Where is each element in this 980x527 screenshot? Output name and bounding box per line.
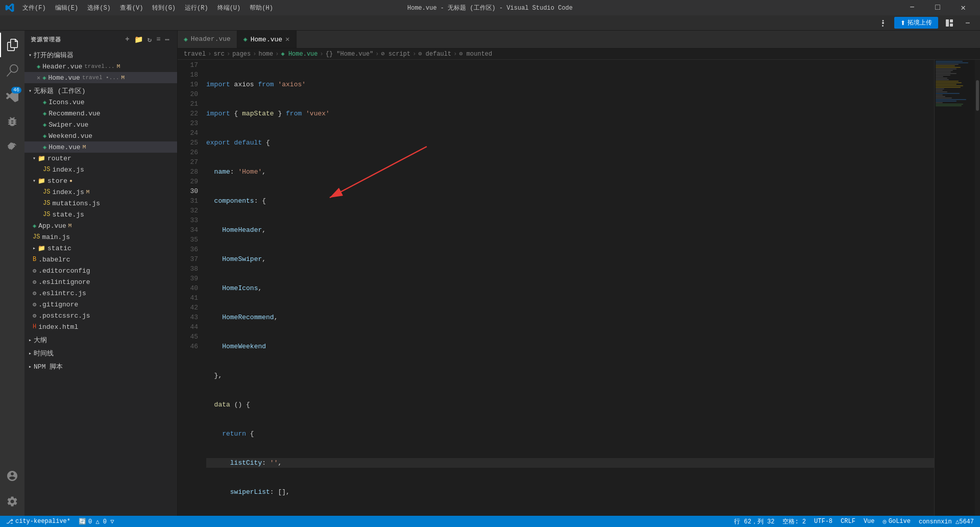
eslintrc-icon: ⚙ <box>33 290 36 297</box>
breadcrumb-default[interactable]: ⊙ default <box>418 50 451 58</box>
encoding[interactable]: UTF-8 <box>812 516 835 527</box>
layout-icon[interactable] <box>942 16 957 30</box>
tree-main-js[interactable]: JS main.js <box>24 231 177 243</box>
menu-goto[interactable]: 转到(G) <box>148 3 180 13</box>
tree-router-folder[interactable]: 📁 router <box>24 153 177 164</box>
tree-postcssrc[interactable]: ⚙ .postcssrc.js <box>24 310 177 321</box>
activity-explorer[interactable] <box>0 33 24 57</box>
more-options-icon[interactable]: ⋯ <box>164 34 171 45</box>
new-folder-icon[interactable]: 📁 <box>133 34 144 45</box>
indentation[interactable]: 空格: 2 <box>780 516 808 527</box>
close-home-icon[interactable]: ✕ <box>37 74 40 82</box>
sidebar-header-icons[interactable]: + 📁 ↻ ≡ ⋯ <box>124 34 171 45</box>
git-branch[interactable]: ⎇ city-keepalive* <box>4 516 72 527</box>
vertical-scrollbar[interactable] <box>975 60 980 516</box>
activity-settings[interactable] <box>0 489 24 514</box>
menu-edit[interactable]: 编辑(E) <box>51 3 83 13</box>
language-mode[interactable]: Vue <box>862 516 877 527</box>
tree-state[interactable]: JS state.js <box>24 209 177 220</box>
breadcrumb-travel[interactable]: travel <box>184 51 206 58</box>
tree-recommend-vue[interactable]: ◈ Recommend.vue <box>24 108 177 119</box>
tree-store-index[interactable]: JS index.js M <box>24 186 177 198</box>
tree-icons-vue[interactable]: ◈ Icons.vue <box>24 97 177 108</box>
tab-header-vue[interactable]: ◈ Header.vue <box>178 31 237 48</box>
activity-extensions[interactable] <box>0 135 24 159</box>
menu-help[interactable]: 帮助(H) <box>246 3 277 13</box>
store-folder-name: store <box>47 177 67 185</box>
git-branch-name: city-keepalive* <box>15 518 70 525</box>
sync-status[interactable]: 🔄 0 △ 0 ▽ <box>77 516 116 527</box>
tree-editorconfig[interactable]: ⚙ .editorconfig <box>24 265 177 276</box>
upload-button[interactable]: ⬆ 拓境上传 <box>894 17 938 29</box>
icons-vue-icon: ◈ <box>43 99 46 106</box>
workspace-section: 无标题 (工作区) ◈ Icons.vue ◈ Recommend.vue ◈ … <box>24 84 177 333</box>
breadcrumb-pages[interactable]: pages <box>232 51 251 58</box>
breadcrumb-src[interactable]: src <box>213 51 225 58</box>
close-button[interactable]: ✕ <box>951 0 975 15</box>
cursor-position[interactable]: 行 62，列 32 <box>732 516 776 527</box>
menu-terminal[interactable]: 终端(U) <box>213 3 245 13</box>
activity-git[interactable]: 46 <box>0 84 24 108</box>
menu-select[interactable]: 选择(S) <box>83 3 115 13</box>
breadcrumb-sep6: › <box>375 51 379 58</box>
live-share[interactable]: ◎ GoLive <box>881 516 913 527</box>
tree-gitignore[interactable]: ⚙ .gitignore <box>24 299 177 310</box>
tree-mutations[interactable]: JS mutations.js <box>24 198 177 209</box>
tree-home-vue[interactable]: ◈ Home.vue M <box>24 141 177 153</box>
title-bar-menu[interactable]: 文件(F) 编辑(E) 选择(S) 查看(V) 转到(G) 运行(R) 终端(U… <box>18 3 277 13</box>
tree-eslintignore[interactable]: ⚙ .eslintignore <box>24 276 177 288</box>
menu-view[interactable]: 查看(V) <box>116 3 148 13</box>
collapse-all-icon[interactable]: ≡ <box>155 34 162 45</box>
tree-eslintrc[interactable]: ⚙ .eslintrc.js <box>24 288 177 299</box>
code-line-24: HomeIcons, <box>206 283 934 293</box>
scrollbar-thumb[interactable] <box>976 80 979 111</box>
menu-run[interactable]: 运行(R) <box>181 3 212 13</box>
tree-router-index[interactable]: JS index.js <box>24 164 177 175</box>
home-tab-close[interactable]: ✕ <box>285 36 289 43</box>
breadcrumb-home[interactable]: home <box>258 51 273 58</box>
activity-debug[interactable] <box>0 109 24 134</box>
open-editors-title[interactable]: 打开的编辑器 <box>24 50 177 61</box>
notification[interactable]: consnnxin △5647 <box>917 516 976 527</box>
source-control-icon[interactable] <box>876 16 890 30</box>
open-editors-label: 打开的编辑器 <box>34 51 74 60</box>
open-editor-header[interactable]: ◈ Header.vue travel... M <box>24 61 177 72</box>
maximize-button[interactable]: □ <box>926 0 949 15</box>
breadcrumb-object[interactable]: {} "Home.vue" <box>326 51 374 58</box>
line-ending[interactable]: CRLF <box>839 516 857 527</box>
editor-area: ◈ Header.vue ◈ Home.vue ✕ travel › src ›… <box>178 31 980 516</box>
minimize-button[interactable]: − <box>900 0 924 15</box>
tree-babelrc[interactable]: B .babelrc <box>24 254 177 265</box>
eslintignore-name: .eslintignore <box>38 278 90 286</box>
tree-app-vue[interactable]: ◈ App.vue M <box>24 220 177 231</box>
npm-chevron <box>29 364 32 370</box>
upload-label: 拓境上传 <box>908 18 932 27</box>
timeline-title[interactable]: 时间线 <box>24 348 177 359</box>
outline-title[interactable]: 大纲 <box>24 334 177 346</box>
activity-search[interactable] <box>0 58 24 83</box>
top-action-bar: ⬆ 拓境上传 ⋯ <box>0 15 980 31</box>
code-editor[interactable]: import axios from 'axios' import { mapSt… <box>202 60 934 516</box>
tree-index-html[interactable]: H index.html <box>24 321 177 332</box>
tree-swiper-vue[interactable]: ◈ Swiper.vue <box>24 119 177 130</box>
header-vue-icon: ◈ <box>37 63 40 70</box>
new-file-icon[interactable]: + <box>124 34 131 45</box>
more-icon[interactable]: ⋯ <box>961 16 975 30</box>
explorer-title: 资源管理器 <box>31 36 61 43</box>
activity-account[interactable] <box>0 464 24 488</box>
breadcrumb-mounted[interactable]: ⊙ mounted <box>459 50 492 58</box>
npm-title[interactable]: NPM 脚本 <box>24 361 177 372</box>
tree-static[interactable]: 📁 static <box>24 243 177 254</box>
workspace-title[interactable]: 无标题 (工作区) <box>24 85 177 97</box>
tree-store-folder[interactable]: 📁 store ● <box>24 175 177 186</box>
tab-home-vue[interactable]: ◈ Home.vue ✕ <box>237 31 297 48</box>
breadcrumb-script[interactable]: ⊘ script <box>381 50 411 58</box>
tree-weekend-vue[interactable]: ◈ Weekend.vue <box>24 130 177 141</box>
refresh-icon[interactable]: ↻ <box>146 34 153 45</box>
code-line-28: data () { <box>206 400 934 410</box>
open-editor-home[interactable]: ✕ ◈ Home.vue travel •... M <box>24 72 177 83</box>
breadcrumb-sep1: › <box>208 51 211 58</box>
menu-file[interactable]: 文件(F) <box>18 3 50 13</box>
code-line-31: swiperList: [], <box>206 487 934 497</box>
breadcrumb-file[interactable]: ◈ Home.vue <box>281 50 317 58</box>
